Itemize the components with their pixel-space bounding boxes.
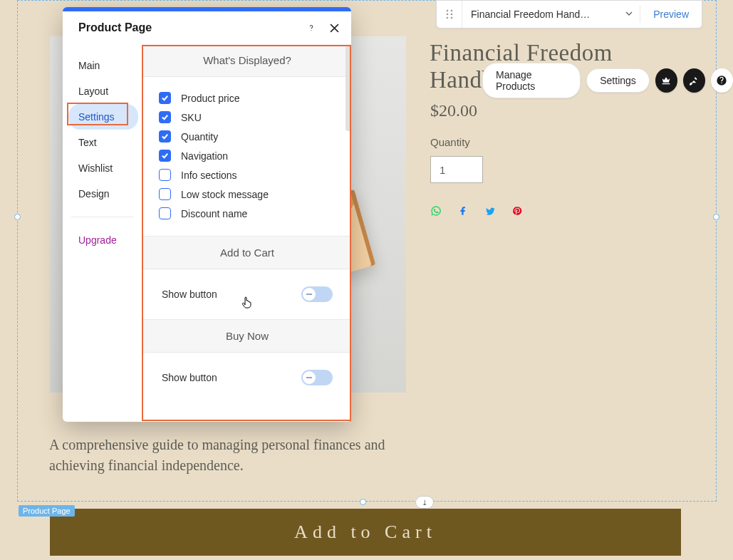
check-sku[interactable]: SKU	[159, 108, 344, 127]
section-whats-displayed: What's Displayed?	[143, 44, 351, 77]
checkbox-icon[interactable]	[159, 207, 171, 219]
nav-design[interactable]: Design	[63, 181, 142, 207]
share-row	[430, 204, 524, 217]
check-label: Low stock message	[181, 189, 269, 200]
nav-settings[interactable]: Settings	[68, 104, 138, 130]
facebook-icon[interactable]	[457, 204, 469, 217]
check-info-sections[interactable]: Info sections	[159, 165, 344, 185]
nav-divider	[71, 217, 134, 217]
panel-nav: Main Layout Settings Text Wishlist Desig…	[63, 44, 142, 422]
design-icon[interactable]	[683, 68, 705, 93]
crown-icon[interactable]	[655, 68, 677, 93]
checkbox-icon[interactable]	[159, 150, 171, 162]
resize-handle-bottom[interactable]	[360, 499, 366, 505]
resize-handle-left[interactable]	[14, 214, 21, 220]
svg-point-6	[311, 30, 311, 31]
nav-text[interactable]: Text	[63, 130, 142, 155]
toggle-switch[interactable]	[301, 370, 333, 385]
settings-button[interactable]: Settings	[586, 68, 650, 93]
check-label: Discount name	[181, 208, 247, 219]
check-label: Navigation	[181, 150, 228, 162]
nav-main[interactable]: Main	[63, 53, 142, 78]
check-product-price[interactable]: Product price	[159, 88, 344, 108]
quantity-input[interactable]: 1	[430, 156, 483, 183]
check-label: Info sections	[181, 170, 237, 181]
svg-point-2	[446, 14, 448, 16]
panel-help-icon[interactable]	[300, 16, 323, 39]
preview-link[interactable]: Preview	[640, 9, 702, 20]
whatsapp-icon[interactable]	[430, 204, 442, 217]
svg-point-1	[450, 10, 452, 12]
display-checklist: Product price SKU Quantity	[143, 77, 351, 236]
toggle-label: Show button	[162, 372, 217, 383]
checkbox-icon[interactable]	[159, 169, 171, 181]
panel-close-icon[interactable]	[323, 16, 345, 39]
check-low-stock[interactable]: Low stock message	[159, 185, 344, 204]
selection-tag: Product Page	[19, 505, 75, 517]
product-description: A comprehensive guide to managing person…	[49, 435, 412, 476]
check-discount-name[interactable]: Discount name	[159, 204, 344, 223]
twitter-icon[interactable]	[484, 204, 497, 217]
pinterest-icon[interactable]	[511, 204, 524, 217]
checkbox-icon[interactable]	[159, 188, 171, 200]
svg-point-4	[446, 17, 448, 19]
product-page-panel: Product Page Main Layout Settings Text W…	[63, 7, 351, 422]
element-selector-dropdown[interactable]: Financial Freedom Hand… Preview	[436, 0, 702, 28]
toggle-label: Show button	[162, 289, 217, 300]
dropdown-label: Financial Freedom Hand…	[462, 9, 618, 20]
manage-products-button[interactable]: Manage Products	[482, 63, 581, 98]
anchor-pill[interactable]: ⤓	[415, 496, 434, 509]
panel-header: Product Page	[63, 11, 351, 44]
toggle-buy-now: Show button	[143, 353, 351, 403]
toggle-add-to-cart: Show button	[143, 269, 351, 319]
add-to-cart-button[interactable]: Add to Cart	[50, 509, 681, 556]
check-quantity[interactable]: Quantity	[159, 127, 344, 146]
scrollbar[interactable]	[345, 46, 351, 131]
checkbox-icon[interactable]	[159, 130, 171, 142]
check-label: Product price	[181, 93, 239, 104]
section-add-to-cart: Add to Cart	[143, 236, 351, 269]
checkbox-icon[interactable]	[159, 111, 171, 123]
product-price: $20.00	[430, 101, 477, 120]
quantity-label: Quantity	[430, 136, 470, 148]
svg-point-0	[446, 10, 448, 12]
help-icon[interactable]	[711, 68, 733, 93]
check-navigation[interactable]: Navigation	[159, 146, 344, 165]
drag-grip-icon[interactable]	[437, 1, 462, 28]
check-label: SKU	[181, 112, 202, 123]
nav-upgrade[interactable]: Upgrade	[63, 227, 142, 253]
svg-point-5	[450, 17, 452, 19]
panel-title: Product Page	[78, 21, 300, 34]
toggle-switch[interactable]	[301, 286, 333, 302]
checkbox-icon[interactable]	[159, 92, 171, 104]
nav-wishlist[interactable]: Wishlist	[63, 155, 142, 181]
section-buy-now: Buy Now	[143, 319, 351, 353]
action-pill-row: Manage Products Settings	[482, 63, 733, 98]
nav-layout[interactable]: Layout	[63, 78, 142, 104]
svg-point-3	[450, 14, 452, 16]
resize-handle-right[interactable]	[713, 214, 719, 220]
panel-content: What's Displayed? Product price SKU	[142, 44, 351, 422]
check-label: Quantity	[181, 131, 218, 142]
chevron-down-icon[interactable]	[618, 8, 640, 21]
